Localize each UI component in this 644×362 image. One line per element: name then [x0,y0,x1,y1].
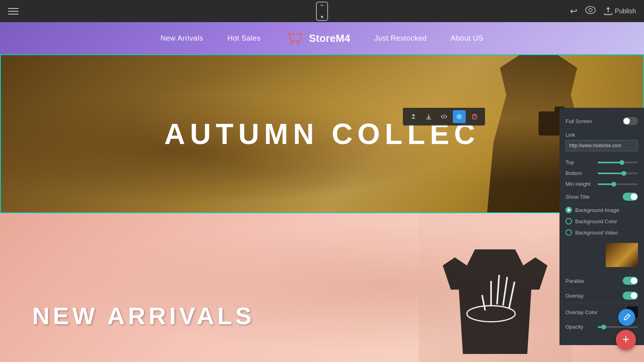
overlay-toggle[interactable] [623,292,638,300]
full-screen-row: Full Screen [566,114,638,129]
top-slider-row: Top [566,157,638,168]
show-title-toggle[interactable] [623,193,638,201]
bg-video-row: Background Video [566,227,638,238]
toolbar-left [8,8,19,14]
shirt-svg [435,217,555,358]
mobile-preview-icon[interactable] [316,2,328,21]
bg-color-row: Background Color [566,216,638,227]
settings-button[interactable] [453,110,466,123]
overlay-row: Overlay [566,288,638,303]
min-height-slider-row: Min Height [566,179,638,189]
parallax-row: Parallax [566,274,638,288]
undo-icon[interactable]: ↩ [570,6,577,16]
bottom-slider[interactable] [598,173,638,174]
delete-button[interactable] [468,110,481,123]
bg-video-label: Background Video [575,230,618,236]
publish-button[interactable]: Publish [604,7,636,16]
opacity-slider[interactable] [598,326,638,328]
show-title-row: Show Title [566,189,638,204]
nav-link-just-restocked[interactable]: Just Restocked [374,34,427,43]
bg-image-label: Background Image [575,207,619,213]
settings-panel: Full Screen Link Top Bottom Min He [559,108,644,345]
top-slider[interactable] [598,162,638,163]
hero-section[interactable]: AUTUMN COLLEC [0,54,644,213]
svg-point-4 [297,42,299,44]
show-title-label: Show Title [566,194,590,200]
new-arrivals-title: NEW ARRIVALS [32,302,255,330]
link-input[interactable] [566,140,638,151]
fab-add-button[interactable]: + [616,330,636,350]
brand-logo: StoreM4 [285,29,350,47]
plus-icon: + [622,333,630,346]
full-screen-toggle[interactable] [623,117,638,125]
fab-edit-button[interactable] [618,309,635,326]
toolbar-right: ↩ Publish [570,6,636,16]
bg-color-radio[interactable] [566,218,572,224]
bg-image-row: Background Image [566,204,638,216]
bg-color-label: Background Color [575,218,617,224]
bottom-label: Bottom [566,170,582,176]
nav-link-hot-sales[interactable]: Hot Sales [227,34,261,43]
site-navbar: New Arrivals Hot Sales StoreM4 Just Rest… [0,22,644,54]
bottom-slider-row: Bottom [566,168,638,179]
bg-video-radio[interactable] [566,229,572,236]
section-edit-toolbar [403,108,485,125]
top-toolbar: ↩ Publish [0,0,644,22]
parallax-toggle[interactable] [623,277,638,285]
move-up-button[interactable] [407,110,420,123]
brand-name: StoreM4 [309,32,350,45]
eye-icon[interactable] [585,6,596,16]
svg-line-9 [444,115,444,119]
svg-point-10 [458,115,460,118]
new-arrivals-section[interactable]: NEW ARRIVALS [0,213,644,362]
svg-point-0 [586,6,595,14]
svg-point-1 [589,8,592,12]
main-content-area: AUTUMN COLLEC [0,54,644,362]
min-height-label: Min Height [566,181,590,187]
link-section: Link [566,129,638,157]
bg-image-radio[interactable] [566,207,572,213]
thumbnail-container [566,238,638,274]
download-button[interactable] [422,110,435,123]
code-button[interactable] [438,110,450,123]
hamburger-menu[interactable] [8,8,19,14]
svg-rect-11 [473,115,477,119]
top-label: Top [566,159,574,165]
nav-link-new-arrivals[interactable]: New Arrivals [161,34,203,43]
svg-point-3 [291,42,293,44]
parallax-label: Parallax [566,278,584,284]
shirt-figure [419,213,572,362]
nav-link-about-us[interactable]: About US [451,34,483,43]
min-height-slider[interactable] [598,183,638,185]
link-label: Link [566,132,575,138]
cart-icon [285,29,305,47]
bg-thumbnail[interactable] [606,243,638,267]
toolbar-center [316,2,328,21]
overlay-label: Overlay [566,293,584,299]
publish-label: Publish [615,8,636,15]
opacity-label: Opacity [566,324,583,330]
full-screen-label: Full Screen [566,118,592,124]
overlay-color-label: Overlay Color [566,309,597,315]
